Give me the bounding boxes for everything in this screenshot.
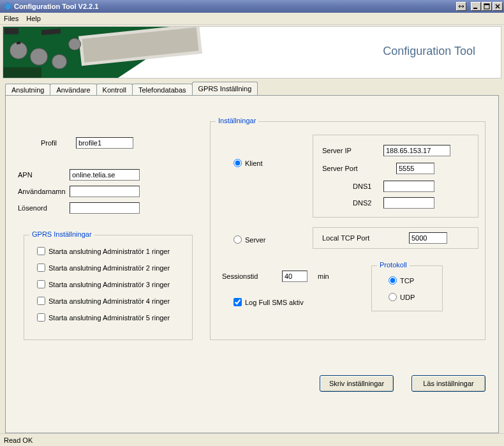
sessionstid-label: Sessionstid <box>222 272 258 280</box>
menu-help[interactable]: Help <box>26 15 41 22</box>
banner: Configuration Tool <box>3 26 501 78</box>
settings-groupbox: Inställningar Klient Server IP Server Po… <box>210 121 485 340</box>
write-button-label: Skriv inställningar <box>329 380 384 387</box>
server-port-label: Server Port <box>322 165 358 172</box>
gear-icon <box>3 2 11 11</box>
read-button[interactable]: Läs inställningar <box>411 375 485 392</box>
write-button[interactable]: Skriv inställningar <box>320 375 394 392</box>
window-buttons <box>456 2 503 11</box>
tab-container: Anslutning Användare Kontroll Telefondat… <box>5 81 499 433</box>
profil-label: Profil <box>41 139 57 147</box>
gprs-checkbox-2[interactable] <box>37 264 45 272</box>
dns2-label: DNS2 <box>353 199 371 207</box>
titlebar: Configuration Tool V2.2.1 <box>0 0 504 13</box>
tab-kontroll[interactable]: Kontroll <box>96 84 133 96</box>
server-radio-label: Server <box>245 236 265 244</box>
svg-rect-17 <box>3 67 41 78</box>
gprs-checkbox-1[interactable] <box>37 247 45 255</box>
dns2-input[interactable] <box>383 197 434 209</box>
klient-radio[interactable]: Klient <box>233 159 263 167</box>
klient-radio-input[interactable] <box>233 159 242 167</box>
svg-point-7 <box>10 42 27 58</box>
local-tcp-group: Local TCP Port <box>313 227 478 249</box>
profil-input[interactable] <box>76 137 133 149</box>
maximize-button[interactable] <box>482 2 492 11</box>
gprs-check-4[interactable]: Starta anslutning Administratör 4 ringer <box>37 297 170 305</box>
minimize-button[interactable] <box>471 2 481 11</box>
gprs-check-1-label: Starta anslutning Administratör 1 ringer <box>48 248 170 255</box>
tab-anslutning[interactable]: Anslutning <box>5 84 50 96</box>
apn-input[interactable] <box>70 169 140 181</box>
pass-label: Lösenord <box>18 204 47 212</box>
udp-radio[interactable]: UDP <box>389 293 415 301</box>
sessionstid-input[interactable] <box>282 271 308 282</box>
menu-files[interactable]: Files <box>4 15 19 22</box>
read-button-label: Läs inställningar <box>423 380 474 387</box>
gprs-check-5[interactable]: Starta anslutning Administratör 5 ringer <box>37 313 170 322</box>
menubar: Files Help <box>0 13 504 25</box>
svg-rect-15 <box>4 28 19 34</box>
gprs-check-3-label: Starta anslutning Administratör 3 ringer <box>48 281 170 288</box>
server-port-input[interactable] <box>396 163 434 174</box>
tabstrip: Anslutning Användare Kontroll Telefondat… <box>5 81 499 95</box>
gprs-checkbox-4[interactable] <box>37 297 45 305</box>
server-ip-input[interactable] <box>383 145 450 156</box>
dns1-input[interactable] <box>383 181 434 192</box>
server-radio[interactable]: Server <box>233 235 265 244</box>
svg-point-12 <box>52 55 66 68</box>
svg-rect-2 <box>484 4 489 5</box>
statusbar: Read OK <box>0 433 504 446</box>
gprs-check-2-label: Starta anslutning Administratör 2 ringer <box>48 264 170 272</box>
protokoll-group: Protokoll TCP UDP <box>371 265 443 311</box>
svg-point-10 <box>31 48 47 64</box>
udp-radio-input[interactable] <box>389 293 397 301</box>
gprs-groupbox: GPRS Inställningar Starta anslutning Adm… <box>24 235 193 340</box>
tab-telefondatabas[interactable]: Telefondatabas <box>132 84 193 96</box>
local-tcp-input[interactable] <box>409 232 447 244</box>
sessionstid-unit: min <box>318 272 329 280</box>
svg-point-14 <box>69 39 80 50</box>
log-sms-label: Log Full SMS aktiv <box>245 299 304 306</box>
klient-radio-label: Klient <box>245 160 263 167</box>
pass-input[interactable] <box>70 202 140 214</box>
tab-gprs[interactable]: GPRS Inställning <box>192 82 258 95</box>
udp-radio-label: UDP <box>400 294 415 301</box>
tab-anvandare[interactable]: Användare <box>50 84 96 96</box>
gprs-check-4-label: Starta anslutning Administratör 4 ringer <box>48 297 170 305</box>
titlebar-extra-button[interactable] <box>456 2 466 11</box>
log-sms-check[interactable]: Log Full SMS aktiv <box>233 298 304 306</box>
settings-legend: Inställningar <box>216 117 258 124</box>
tcp-radio-input[interactable] <box>389 276 397 285</box>
gprs-checkbox-3[interactable] <box>37 280 45 288</box>
gprs-check-1[interactable]: Starta anslutning Administratör 1 ringer <box>37 247 170 255</box>
pcb-image <box>3 27 226 78</box>
gprs-check-3[interactable]: Starta anslutning Administratör 3 ringer <box>37 280 170 288</box>
status-text: Read OK <box>4 436 33 444</box>
user-input[interactable] <box>70 186 140 197</box>
server-radio-input[interactable] <box>233 235 242 244</box>
tcp-radio[interactable]: TCP <box>389 276 414 285</box>
gprs-group-legend: GPRS Inställningar <box>29 230 94 238</box>
dns1-label: DNS1 <box>353 182 371 190</box>
gprs-check-5-label: Starta anslutning Administratör 5 ringer <box>48 314 170 322</box>
protokoll-legend: Protokoll <box>377 261 410 269</box>
gprs-check-2[interactable]: Starta anslutning Administratör 2 ringer <box>37 264 170 272</box>
log-sms-checkbox[interactable] <box>233 298 242 306</box>
server-ip-label: Server IP <box>322 147 352 154</box>
tcp-radio-label: TCP <box>400 277 414 285</box>
banner-brand: Configuration Tool <box>383 45 475 58</box>
close-button[interactable] <box>493 2 503 11</box>
tab-body: Profil APN Användarnamn Lösenord GPRS In… <box>5 95 499 433</box>
klient-inner-group: Server IP Server Port DNS1 DNS2 <box>313 135 478 218</box>
apn-label: APN <box>18 171 33 179</box>
window-title: Configuration Tool V2.2.1 <box>14 3 456 10</box>
svg-rect-0 <box>473 8 477 9</box>
local-tcp-label: Local TCP Port <box>322 234 369 242</box>
gprs-checkbox-5[interactable] <box>37 313 45 322</box>
user-label: Användarnamn <box>18 188 66 195</box>
